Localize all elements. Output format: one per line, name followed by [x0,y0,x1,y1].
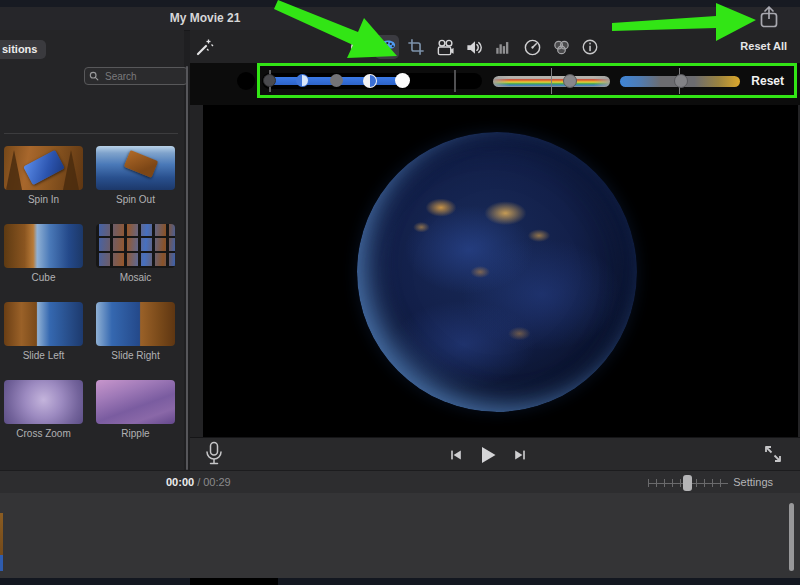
transition-label: Cross Zoom [4,428,83,440]
time-separator: / [194,476,203,488]
search-icon [89,71,99,81]
clip-filter-icon[interactable] [551,37,571,57]
shadows-handle[interactable] [296,74,309,87]
settings-button[interactable]: Settings [733,476,773,488]
transition-thumbnail[interactable] [4,302,83,346]
earth-night-frame [357,132,637,412]
transition-label: Slide Right [96,350,175,362]
levels-slider-endcap [237,72,255,90]
fullscreen-icon[interactable] [763,444,783,464]
midtones-handle[interactable] [330,74,343,87]
adjustments-toolbar: Reset All [190,30,800,63]
transition-thumbnail[interactable] [4,224,83,268]
transition-thumbnail[interactable] [96,380,175,424]
temperature-handle[interactable] [674,74,688,88]
black-point-handle[interactable] [263,74,276,87]
titlebar: My Movie 21 [0,7,800,31]
sidebar-scrollbar[interactable] [186,66,188,470]
list-item[interactable]: Cross Zoom [4,380,83,440]
list-item[interactable]: Ripple [96,380,175,440]
slider-tick [454,70,456,92]
transition-label: Ripple [96,428,175,440]
stabilization-camera-icon[interactable] [435,37,455,57]
bottom-edge [0,578,800,585]
timeline-zoom-slider[interactable] [648,479,728,487]
noise-reduction-icon[interactable] [493,37,513,57]
speed-icon[interactable] [522,37,542,57]
timeline-track-area [0,493,800,578]
transition-label: Cube [4,272,83,284]
transition-label: Slide Left [4,350,83,362]
transition-label: Spin In [4,194,83,206]
list-item[interactable]: Spin In [4,146,83,206]
divider [4,133,178,134]
list-item[interactable]: Spin Out [96,146,175,206]
transition-thumbnail[interactable] [4,380,83,424]
voiceover-mic-icon[interactable] [203,441,225,467]
slider-tick [551,68,552,94]
window-title: My Movie 21 [170,11,241,25]
transition-label: Mosaic [96,272,175,284]
list-item[interactable]: Mosaic [96,224,175,284]
saturation-handle[interactable] [563,74,577,88]
timeline-zoom-handle[interactable] [683,475,692,491]
transition-thumbnail[interactable] [4,146,83,190]
timeline-clip-edge[interactable] [0,513,3,555]
tab-transitions[interactable]: sitions [0,40,46,59]
white-point-handle[interactable] [395,73,410,88]
timeline-scrollbar[interactable] [789,503,794,571]
play-button[interactable] [477,444,499,466]
reset-button[interactable]: Reset [751,74,784,88]
list-item[interactable]: Cube [4,224,83,284]
playback-controls [448,438,528,471]
search-box[interactable] [84,67,188,85]
time-display: 00:00/00:29 [166,476,231,488]
highlights-handle[interactable] [363,74,377,88]
reset-all-button[interactable]: Reset All [740,40,787,52]
enhance-wand-icon[interactable] [194,37,214,57]
transitions-browser: sitions Spin In Spin Out Cube Mosaic Sli… [0,30,184,470]
bottom-notch [190,578,278,585]
transition-thumbnail[interactable] [96,302,175,346]
duration-time: 00:29 [203,476,231,488]
color-board: Reset [190,63,800,105]
list-item[interactable]: Slide Right [96,302,175,362]
desktop-strip [0,0,800,7]
color-correction-icon[interactable] [375,35,399,59]
search-input[interactable] [103,70,177,83]
timeline-header: 00:00/00:29 Settings [0,470,800,493]
transition-thumbnail[interactable] [96,146,175,190]
share-icon[interactable] [757,4,781,29]
transitions-grid: Spin In Spin Out Cube Mosaic Slide Left … [4,146,180,440]
crop-icon[interactable] [406,37,426,57]
current-time: 00:00 [166,476,194,488]
list-item[interactable]: Slide Left [4,302,83,362]
auto-color-balance-icon[interactable] [348,37,368,57]
skip-forward-button[interactable] [512,447,528,463]
viewer-control-bar [190,437,800,471]
transition-thumbnail[interactable] [96,224,175,268]
info-icon[interactable] [580,37,600,57]
video-preview [203,105,798,437]
transition-label: Spin Out [96,194,175,206]
volume-icon[interactable] [464,37,484,57]
viewer-pane: Reset All Reset [190,30,800,470]
skip-back-button[interactable] [448,447,464,463]
timeline-audio-clip-edge[interactable] [0,555,3,571]
